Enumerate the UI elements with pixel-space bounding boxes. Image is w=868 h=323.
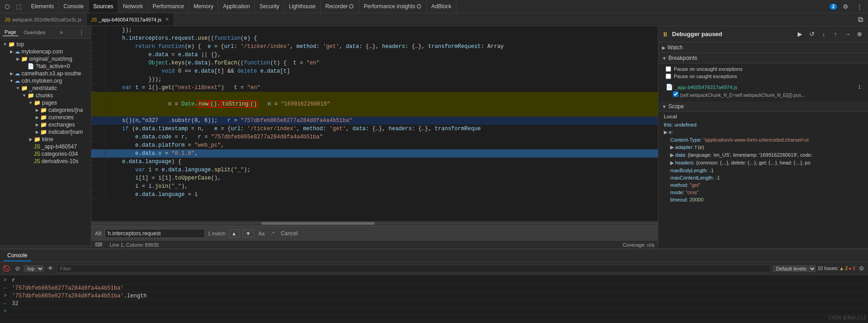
- scope-e: ▶ e:: [664, 128, 863, 136]
- pause-caught-item: Pause on caught exceptions: [664, 73, 863, 80]
- console-line-2: ← '757dbfeb865e8277a284d8fa4a4b51ba': [4, 285, 864, 292]
- scope-mode: mode: "cros": [664, 189, 863, 196]
- tab-perf-insights[interactable]: Performance insights: [359, 0, 427, 13]
- eye-toggle-btn[interactable]: 👁: [46, 264, 55, 273]
- code-horizontal-scrollbar[interactable]: [91, 221, 658, 226]
- split-editor-icon[interactable]: ⧉: [855, 15, 865, 25]
- regex-btn[interactable]: .*: [269, 230, 276, 237]
- page-tab[interactable]: Page: [3, 28, 18, 36]
- tab-memory[interactable]: Memory: [189, 0, 218, 13]
- code-line-9: n = Date.now().toString() n = "169916226…: [91, 92, 658, 116]
- pause-caught-checkbox[interactable]: [666, 74, 671, 79]
- code-line-3: return function(e) { e = {url: '/ticker/…: [91, 42, 658, 51]
- file-bp-folder-icon: 📄: [666, 84, 673, 90]
- console-tab[interactable]: Console: [4, 250, 31, 261]
- search-prev-btn[interactable]: ▲: [228, 229, 240, 238]
- step-over-btn[interactable]: ↺: [807, 29, 817, 39]
- tree-derivatives-10s[interactable]: JS derivatives-10s: [0, 158, 91, 165]
- tab-security[interactable]: Security: [255, 0, 284, 13]
- tree-indicator-nam[interactable]: ▶ 📁 indicator/[nam: [0, 128, 91, 136]
- file-tab-app-b4605[interactable]: JS _app-b4605476317a4974.js ✕: [87, 13, 175, 26]
- breakpoints-section-header[interactable]: ▼ Breakpoints: [658, 53, 868, 64]
- code-line-19: e.data.language = i: [91, 191, 658, 199]
- case-sensitive-btn[interactable]: Aa: [257, 230, 266, 237]
- file-bp-code-text: (self.webpackChunk_N_E=self.webpackChunk…: [680, 93, 805, 98]
- search-cancel-btn[interactable]: Cancel: [281, 230, 297, 237]
- file-tabs-actions: ⧉: [855, 15, 868, 25]
- scope-adapter: ▶ adapter: f (e): [664, 143, 863, 151]
- overrides-tab[interactable]: Overrides: [22, 29, 48, 36]
- tree-kline[interactable]: ▶ 📁 kline: [0, 136, 91, 143]
- tab-network[interactable]: Network: [118, 0, 148, 13]
- scope-headers-expand[interactable]: ▶: [670, 160, 675, 165]
- step-btn[interactable]: →: [842, 29, 852, 39]
- scope-section-header[interactable]: ▼ Scope: [658, 101, 868, 112]
- issues-badge: 10 Issues: ▲ 2 ● 8: [818, 266, 855, 271]
- code-line-10: s()(n,"o327 .substr(0, 6)); r = "757dbfe…: [91, 116, 658, 125]
- tree-mytokencap[interactable]: ▶ ☁ mytokencap.com: [0, 48, 91, 55]
- tree-categories-na[interactable]: ▶ 📁 categories/[na: [0, 106, 91, 114]
- tree-chunks[interactable]: ▼ 📁 chunks: [0, 92, 91, 99]
- inspect-icon[interactable]: ⬚: [14, 1, 24, 11]
- file-bp-checkbox[interactable]: [673, 91, 678, 97]
- tab-recorder[interactable]: Recorder: [321, 0, 359, 13]
- more-options-icon[interactable]: ⋮: [854, 1, 864, 11]
- tree-next-static[interactable]: ▼ 📁 _next/static: [0, 85, 91, 92]
- scope-label: Scope: [668, 103, 684, 110]
- left-panel-scrollbar[interactable]: [0, 245, 91, 249]
- tab-performance[interactable]: Performance: [148, 0, 189, 13]
- tab-console[interactable]: Console: [59, 0, 89, 13]
- code-line-12: e.data.code = r, r = "757dbfeb865e8277a2…: [91, 133, 658, 141]
- devtools-logo[interactable]: ⬡: [2, 1, 12, 11]
- code-line-4: e.data = e.data || {},: [91, 51, 658, 59]
- code-area[interactable]: }); h.interceptors.request.use((function…: [91, 26, 658, 221]
- breakpoints-chevron-icon: ▼: [662, 56, 667, 61]
- tree-pages[interactable]: ▼ 📁 pages: [0, 99, 91, 106]
- tree-currencies[interactable]: ▶ 📁 currencies: [0, 114, 91, 121]
- file-tab-webpack[interactable]: JS webpack-202d9e5f2ca81e3c.js: [0, 13, 87, 26]
- console-input-1: r: [12, 277, 15, 284]
- tab-elements[interactable]: Elements: [26, 0, 59, 13]
- tab-lighthouse[interactable]: Lighthouse: [284, 0, 321, 13]
- pause-uncaught-checkbox[interactable]: [666, 66, 671, 72]
- scope-method: method: "get": [664, 181, 863, 189]
- step-into-btn[interactable]: ↓: [819, 29, 829, 39]
- close-file-tab-icon[interactable]: ✕: [165, 16, 169, 22]
- tree-tab-active[interactable]: 📄 ?tab_active=0: [0, 63, 91, 70]
- resume-btn[interactable]: ▶: [795, 29, 805, 39]
- scope-content: Local this: undefined ▶ e: Content-Type:…: [658, 112, 868, 207]
- scope-adapter-expand[interactable]: ▶: [670, 144, 675, 150]
- clear-console-btn[interactable]: 🚫: [2, 264, 11, 273]
- filter-toggle-btn[interactable]: ⊘: [13, 264, 22, 273]
- console-filter-input[interactable]: [57, 265, 771, 273]
- tree-top[interactable]: ▼ 📁 top: [0, 41, 91, 48]
- breakpoints-label: Breakpoints: [668, 55, 697, 61]
- console-toolbar: 🚫 ⊘ top 👁 Default levels 10 Issues: ▲ 2 …: [0, 262, 868, 275]
- panel-more-icon[interactable]: »: [60, 29, 63, 36]
- warn-count: ▲ 2: [839, 266, 847, 271]
- search-next-btn[interactable]: ▼: [243, 229, 254, 238]
- tree-cdn-mytoken[interactable]: ▼ ☁ cdn.mytoken.org: [0, 77, 91, 85]
- scope-data-expand[interactable]: ▶: [670, 152, 675, 158]
- deactivate-breakpoints-btn[interactable]: ⊗: [854, 29, 864, 39]
- tree-camelhash[interactable]: ▶ ☁ camelhash.s3.ap-southe: [0, 70, 91, 77]
- console-line-1: > r: [4, 277, 864, 285]
- new-file-icon[interactable]: ⋮: [77, 28, 86, 37]
- step-out-btn[interactable]: ↑: [831, 29, 841, 39]
- console-settings-icon[interactable]: ⚙: [857, 264, 866, 273]
- console-output[interactable]: > r ← '757dbfeb865e8277a284d8fa4a4b51ba'…: [0, 275, 868, 323]
- tab-application[interactable]: Application: [218, 0, 255, 13]
- sources-left-panel: Page Overrides » ⋮ ▼ 📁 top ▶ ☁ mytokenca…: [0, 26, 91, 249]
- tab-sources[interactable]: Sources: [89, 0, 118, 13]
- tree-exchanges[interactable]: ▶ 📁 exchanges: [0, 121, 91, 128]
- settings-icon[interactable]: ⚙: [841, 1, 851, 11]
- search-input[interactable]: [105, 229, 205, 238]
- tree-categories-034[interactable]: JS categories-034: [0, 150, 91, 158]
- log-level-selector[interactable]: Default levels: [773, 265, 816, 272]
- tree-app-b460547[interactable]: JS _app-b460547: [0, 143, 91, 150]
- watch-section-header[interactable]: ▶ Watch: [658, 42, 868, 53]
- tab-adblock[interactable]: AdBlock: [427, 0, 456, 13]
- context-selector[interactable]: top: [24, 265, 44, 272]
- scope-e-expand[interactable]: ▶: [664, 129, 669, 135]
- tree-original-nuxt[interactable]: ▶ 📁 original/_nuxt/img: [0, 55, 91, 63]
